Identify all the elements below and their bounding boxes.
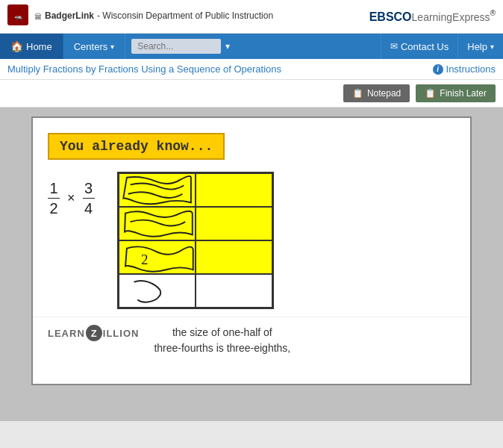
fraction1-denominator: 2 [48, 199, 60, 217]
fraction-expression: 1 2 × 3 4 [48, 172, 95, 217]
nav-bar: 🏠 Home Centers ▾ ▾ ✉ Contact Us Help ▾ [0, 34, 503, 59]
search-area: ▾ [125, 34, 240, 59]
learnzillion-logo: LEARN Z ILLION [48, 325, 139, 341]
fraction-grid: 2 [117, 172, 274, 309]
finish-later-button[interactable]: 📋 Finish Later [416, 84, 496, 102]
nav-right: ✉ Contact Us Help ▾ [381, 34, 503, 59]
fraction-area: 1 2 × 3 4 [48, 172, 455, 317]
fraction-three-fourths: 3 4 [83, 179, 95, 217]
z-icon: Z [86, 325, 102, 341]
ebsco-logo: EBSCOLearningExpress® [369, 9, 496, 25]
finish-label: Finish Later [440, 88, 487, 99]
contact-label: Contact Us [401, 41, 449, 52]
grid-cell-r3c2 [196, 240, 272, 274]
grid-cell-r1c2 [196, 173, 272, 207]
grid-cell-r4c1 [119, 274, 196, 308]
info-icon: i [433, 64, 443, 75]
video-bottom: LEARN Z ILLION the size of one-half of t… [33, 317, 470, 368]
centers-label: Centers [74, 41, 108, 52]
help-nav-item[interactable]: Help ▾ [457, 34, 503, 59]
sub-header: Multiply Fractions by Fractions Using a … [0, 59, 503, 80]
fraction1-numerator: 1 [48, 179, 60, 199]
logo-section: 🦡 🏛 BadgerLink - Wisconsin Department of… [7, 4, 273, 28]
instructions-label: Instructions [446, 63, 496, 75]
video-inner: You already know... 1 2 × 3 4 [33, 118, 470, 317]
grid-cell-r3c1: 2 [119, 240, 196, 274]
grid-cell-r1c1 [119, 173, 196, 207]
instructions-link[interactable]: i Instructions [433, 63, 496, 75]
video-frame: You already know... 1 2 × 3 4 [31, 116, 472, 385]
svg-text:🦡: 🦡 [14, 12, 23, 21]
envelope-icon: ✉ [390, 41, 398, 52]
grid-cell-r2c2 [196, 207, 272, 240]
caption-line1: the size of one-half of [154, 325, 290, 340]
notepad-icon: 📋 [352, 88, 363, 99]
grid-cell-r4c2 [196, 274, 272, 308]
caption-text: the size of one-half of three-fourths is… [154, 325, 290, 356]
fraction2-denominator: 4 [83, 199, 95, 217]
top-header: 🦡 🏛 BadgerLink - Wisconsin Department of… [0, 0, 503, 34]
search-button[interactable]: ▾ [221, 39, 234, 54]
svg-text:2: 2 [141, 252, 149, 267]
fraction-one-half: 1 2 [48, 179, 60, 217]
grid-cell-r2c1 [119, 207, 196, 240]
home-nav-item[interactable]: 🏠 Home [0, 34, 63, 59]
help-label: Help [467, 41, 487, 52]
learn-text: LEARN [48, 328, 85, 339]
badgerlink-text: 🏛 BadgerLink - Wisconsin Department of P… [34, 10, 273, 22]
multiply-sign: × [67, 190, 75, 206]
help-chevron-icon: ▾ [490, 43, 494, 51]
fraction2-numerator: 3 [83, 179, 95, 199]
main-content: You already know... 1 2 × 3 4 [0, 108, 503, 421]
finish-icon: 📋 [425, 88, 436, 99]
badgerlink-logo: 🦡 🏛 BadgerLink - Wisconsin Department of… [7, 4, 273, 28]
home-icon: 🏠 [10, 40, 23, 52]
home-label: Home [26, 41, 52, 52]
illion-text: ILLION [103, 328, 140, 339]
nav-left: 🏠 Home Centers ▾ ▾ [0, 34, 240, 59]
caption-line2: three-fourths is three-eighths, [154, 340, 290, 356]
centers-chevron-icon: ▾ [110, 43, 114, 51]
contact-nav-item[interactable]: ✉ Contact Us [381, 34, 457, 59]
page-title[interactable]: Multiply Fractions by Fractions Using a … [7, 63, 281, 75]
badger-icon: 🦡 [7, 4, 28, 28]
centers-nav-item[interactable]: Centers ▾ [63, 34, 126, 59]
notepad-label: Notepad [367, 88, 401, 99]
notepad-button[interactable]: 📋 Notepad [343, 84, 410, 102]
search-input[interactable] [131, 39, 221, 54]
you-already-know-banner: You already know... [48, 133, 225, 160]
toolbar: 📋 Notepad 📋 Finish Later [0, 80, 503, 108]
